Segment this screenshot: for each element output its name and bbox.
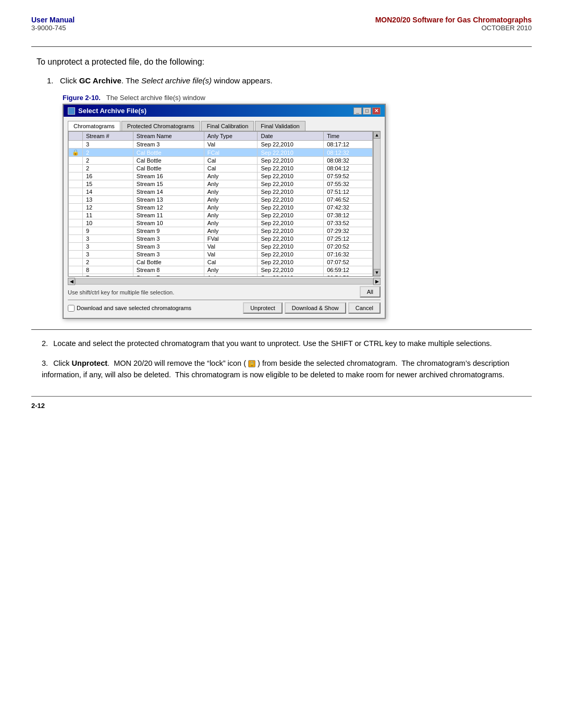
- manual-title: User Manual: [31, 16, 75, 24]
- table-row[interactable]: 11Stream 11AnlySep 22,201007:38:12: [69, 212, 373, 219]
- step-2-number: 2.: [42, 339, 48, 348]
- scroll-left-button[interactable]: ◀: [68, 278, 75, 285]
- table-row[interactable]: 12Stream 12AnlySep 22,201007:42:32: [69, 204, 373, 212]
- data-cell: 08:04:12: [324, 165, 373, 172]
- table-row[interactable]: 14Stream 14AnlySep 22,201007:51:12: [69, 188, 373, 196]
- table-row[interactable]: 2Cal BottleCalSep 22,201008:08:32: [69, 157, 373, 165]
- data-cell: Stream 12: [133, 204, 204, 212]
- scroll-right-button[interactable]: ▶: [373, 278, 381, 285]
- lock-cell: [69, 141, 83, 149]
- titlebar-left: Select Archive File(s): [68, 107, 146, 115]
- data-cell: 07:20:52: [324, 243, 373, 251]
- all-button[interactable]: All: [360, 286, 381, 298]
- data-cell: Stream 16: [133, 172, 204, 180]
- data-cell: 07:55:32: [324, 180, 373, 188]
- data-cell: Sep 22,2010: [258, 188, 324, 196]
- tab-final-calibration[interactable]: Final Calibration: [201, 121, 254, 131]
- download-save-checkbox[interactable]: [68, 305, 75, 312]
- close-button[interactable]: ✕: [372, 107, 381, 115]
- data-cell: 08:08:32: [324, 157, 373, 165]
- col-anly-type: Anly Type: [204, 132, 258, 141]
- col-stream-num: Stream #: [83, 132, 133, 141]
- tab-protected-chromatograms[interactable]: Protected Chromatograms: [121, 121, 200, 131]
- lock-cell: 🔒: [69, 149, 83, 157]
- data-cell: Stream 13: [133, 196, 204, 204]
- data-cell: 08:12:32: [324, 149, 373, 157]
- table-row[interactable]: 7Stream 7AnlySep 22,201006:54:52: [69, 274, 373, 277]
- data-cell: 07:51:12: [324, 188, 373, 196]
- tab-chromatograms[interactable]: Chromatograms: [68, 121, 120, 131]
- data-cell: 07:46:52: [324, 196, 373, 204]
- data-cell: Sep 22,2010: [258, 180, 324, 188]
- lock-cell: [69, 274, 83, 277]
- data-cell: 3: [83, 141, 133, 149]
- dialog-title-icon: [68, 107, 75, 115]
- manual-number: 3-9000-745: [31, 24, 75, 32]
- table-row[interactable]: 3Stream 3FValSep 22,201007:25:12: [69, 235, 373, 243]
- data-cell: Cal: [204, 258, 258, 266]
- unprotect-button[interactable]: Unprotect: [243, 302, 283, 314]
- lock-cell: [69, 219, 83, 227]
- cancel-button[interactable]: Cancel: [348, 302, 381, 314]
- data-cell: 07:29:32: [324, 227, 373, 235]
- data-cell: Sep 22,2010: [258, 172, 324, 180]
- scroll-up-button[interactable]: ▲: [373, 131, 381, 139]
- table-row[interactable]: 3Stream 3ValSep 22,201007:16:32: [69, 251, 373, 258]
- data-cell: Stream 15: [133, 180, 204, 188]
- lock-cell: [69, 172, 83, 180]
- header-divider: [31, 46, 532, 47]
- data-cell: 3: [83, 235, 133, 243]
- data-cell: FVal: [204, 235, 258, 243]
- tab-final-validation[interactable]: Final Validation: [255, 121, 305, 131]
- data-cell: 16: [83, 172, 133, 180]
- data-cell: 15: [83, 180, 133, 188]
- data-cell: Sep 22,2010: [258, 227, 324, 235]
- data-cell: Cal Bottle: [133, 157, 204, 165]
- data-cell: 06:54:52: [324, 274, 373, 277]
- data-cell: Stream 14: [133, 188, 204, 196]
- step-3-number: 3.: [42, 359, 48, 367]
- table-row[interactable]: 2Cal BottleCalSep 22,201007:07:52: [69, 258, 373, 266]
- data-cell: 2: [83, 165, 133, 172]
- table-row[interactable]: 2Cal BottleCalSep 22,201008:04:12: [69, 165, 373, 172]
- h-scroll-track[interactable]: [75, 278, 373, 285]
- data-cell: Stream 3: [133, 235, 204, 243]
- step-1-number: 1.: [47, 76, 58, 85]
- download-show-button[interactable]: Download & Show: [285, 302, 346, 314]
- step-1: 1. Click GC Archive. The Select archive …: [47, 76, 532, 85]
- table-row[interactable]: 3Stream 3ValSep 22,201008:17:12: [69, 141, 373, 149]
- data-cell: 07:07:52: [324, 258, 373, 266]
- maximize-button[interactable]: □: [363, 107, 371, 115]
- scroll-down-button[interactable]: ▼: [373, 269, 381, 276]
- data-cell: Sep 22,2010: [258, 149, 324, 157]
- table-row[interactable]: 10Stream 10AnlySep 22,201007:33:52: [69, 219, 373, 227]
- table-row[interactable]: 15Stream 15AnlySep 22,201007:55:32: [69, 180, 373, 188]
- data-cell: Anly: [204, 188, 258, 196]
- table-row[interactable]: 16Stream 16AnlySep 22,201007:59:52: [69, 172, 373, 180]
- data-cell: Sep 22,2010: [258, 212, 324, 219]
- table-row[interactable]: 8Stream 8AnlySep 22,201006:59:12: [69, 266, 373, 274]
- dialog-controls[interactable]: _ □ ✕: [353, 107, 381, 115]
- minimize-button[interactable]: _: [353, 107, 362, 115]
- data-cell: 07:42:32: [324, 204, 373, 212]
- data-cell: Stream 8: [133, 266, 204, 274]
- lock-cell: [69, 235, 83, 243]
- vertical-scrollbar[interactable]: ▲ ▼: [373, 131, 381, 277]
- data-cell: Anly: [204, 172, 258, 180]
- data-cell: 07:16:32: [324, 251, 373, 258]
- data-cell: Stream 3: [133, 141, 204, 149]
- footer-divider: [68, 300, 381, 300]
- data-cell: Anly: [204, 180, 258, 188]
- col-time: Time: [324, 132, 373, 141]
- table-row[interactable]: 13Stream 13AnlySep 22,201007:46:52: [69, 196, 373, 204]
- table-row[interactable]: 🔒2Cal BottleFCalSep 22,201008:12:32: [69, 149, 373, 157]
- col-stream-name: Stream Name: [133, 132, 204, 141]
- data-cell: 07:25:12: [324, 235, 373, 243]
- data-cell: 2: [83, 157, 133, 165]
- col-date: Date: [258, 132, 324, 141]
- data-cell: 3: [83, 243, 133, 251]
- table-row[interactable]: 3Stream 3ValSep 22,201007:20:52: [69, 243, 373, 251]
- lock-icon: 🔒: [248, 360, 255, 367]
- table-row[interactable]: 9Stream 9AnlySep 22,201007:29:32: [69, 227, 373, 235]
- data-cell: Val: [204, 243, 258, 251]
